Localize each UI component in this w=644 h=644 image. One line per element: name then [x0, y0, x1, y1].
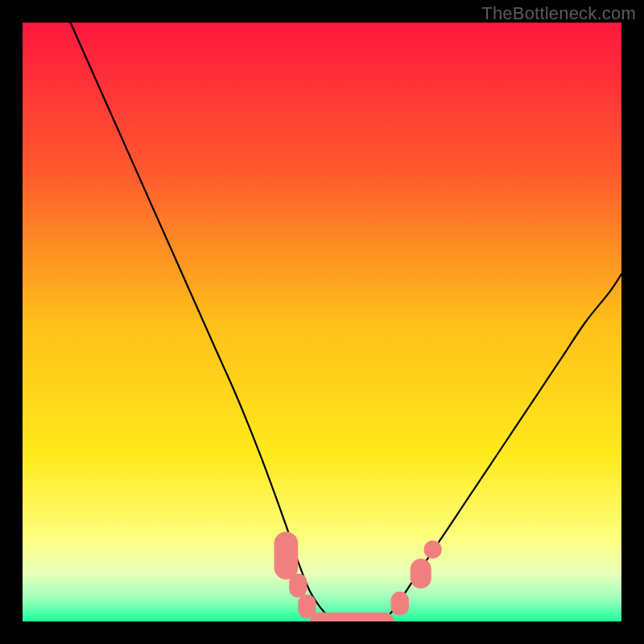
marker-pill: [310, 613, 394, 621]
watermark-text: TheBottleneck.com: [481, 3, 636, 24]
marker-pill: [423, 541, 441, 559]
chart-frame: TheBottleneck.com: [0, 0, 644, 644]
chart-plot: [23, 23, 621, 621]
marker-pill: [274, 531, 298, 580]
marker-pill: [411, 559, 431, 588]
marker-pill: [391, 592, 409, 616]
gradient-background: [23, 23, 621, 621]
marker-pill: [289, 573, 307, 597]
